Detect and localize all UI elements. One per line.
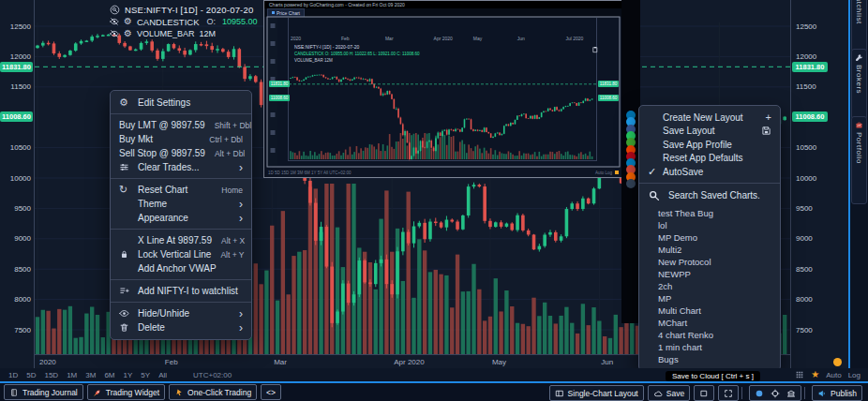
menu-item-appearance[interactable]: Appearance› xyxy=(111,211,251,225)
layout-menu-item-create-new-layout[interactable]: Create New Layout+ xyxy=(639,111,780,125)
journal-icon xyxy=(9,388,19,397)
saved-chart-multi-chart[interactable]: Multi Chart xyxy=(639,304,780,317)
timeframe-15d[interactable]: 15D xyxy=(44,371,58,379)
saved-chart-4-chart-renko[interactable]: 4 chart Renko xyxy=(639,329,780,341)
square-button[interactable] xyxy=(694,385,714,401)
sidebar-tab-watchlist[interactable]: Watchlist xyxy=(851,0,867,52)
svg-text:12000: 12000 xyxy=(796,52,817,61)
preview-footer: 1D 5D 15D 1M 3M 6M 1Y 5Y All UTC+02:00 A… xyxy=(268,169,619,176)
sidebar-tab-portfolio[interactable]: Portfolio xyxy=(851,116,867,204)
menu-item-clear-trades[interactable]: Clear Trades...› xyxy=(111,160,251,174)
notification-dot xyxy=(833,358,842,366)
trading-journal-button[interactable]: Trading Journal xyxy=(4,384,83,400)
saved-chart-mp[interactable]: MP xyxy=(639,292,780,304)
volume-series-name: VOLUME_BAR xyxy=(137,29,195,38)
timezone-selector[interactable]: UTC+02:00 xyxy=(193,371,232,379)
grid-icon[interactable] xyxy=(795,370,804,379)
menu-item-hide-unhide[interactable]: Hide/Unhide› xyxy=(111,306,251,320)
timeframe-6m[interactable]: 6M xyxy=(104,371,114,379)
gear-icon[interactable]: ⚙ xyxy=(124,17,132,26)
price-label-right-upper: 11831.80 xyxy=(792,62,828,72)
publish-button[interactable]: Publish xyxy=(812,385,862,401)
sidebar-tab-brokers[interactable]: Brokers xyxy=(851,49,867,120)
pointer-icon xyxy=(174,388,184,397)
saved-chart-mchart[interactable]: MChart xyxy=(639,317,780,329)
eye-off-icon[interactable] xyxy=(110,29,119,38)
clipboard-icon[interactable] xyxy=(591,46,599,53)
timeframe-5y[interactable]: 5Y xyxy=(141,371,150,379)
menu-item-reset-chart[interactable]: ↻Reset ChartHome xyxy=(111,183,251,197)
timeframe-1m[interactable]: 1M xyxy=(67,371,77,379)
layout-menu-item-reset-app-defaults[interactable]: Reset App Defaults xyxy=(639,152,780,166)
saved-chart-bugs[interactable]: Bugs xyxy=(639,353,780,365)
log-scale-toggle[interactable]: Log xyxy=(848,371,861,379)
layout-menu-item-save-layout[interactable]: Save Layout xyxy=(639,125,780,139)
share-tumblr-icon[interactable] xyxy=(626,179,636,188)
menu-item-label: Buy LMT @ 9897.59 xyxy=(119,120,205,130)
target-button[interactable] xyxy=(771,389,780,398)
timeframe-1d[interactable]: 1D xyxy=(8,371,18,379)
gear-icon[interactable]: ⚙ xyxy=(124,29,132,38)
window-icon xyxy=(555,389,564,398)
eye-off-icon[interactable] xyxy=(110,17,119,26)
circle-button[interactable] xyxy=(755,389,764,398)
timeframe-5d[interactable]: 5D xyxy=(26,371,36,379)
menu-item-x-line-at-9897-59[interactable]: X Line At 9897.59Alt + X xyxy=(111,233,251,247)
timeframe-all[interactable]: All xyxy=(158,371,167,379)
button-label: <> xyxy=(266,388,276,397)
saved-chart-lol[interactable]: lol xyxy=(639,219,780,231)
save-button[interactable]: Save xyxy=(648,385,690,401)
square-icon xyxy=(699,389,709,398)
one-click-trading-button[interactable]: One-Click Trading xyxy=(169,384,257,400)
saved-chart-test-thea-bug[interactable]: test Thea Bug xyxy=(639,207,780,219)
trash-icon xyxy=(119,322,129,333)
menu-item-theme[interactable]: Theme› xyxy=(111,197,251,211)
menu-item-label: Delete xyxy=(138,322,230,333)
preview-symbol-line: NSE:NIFTY-I [1D] - 2020-07-20 xyxy=(294,44,419,51)
layout-menu-item-autosave[interactable]: ✓AutoSave xyxy=(639,165,780,179)
menu-item-sell-stop-9897-59[interactable]: Sell Stop @ 9897.59Alt + Dbl xyxy=(111,146,251,160)
preview-volume-line: VOLUME_BAR 12M xyxy=(294,57,419,64)
saved-chart-new-protocol[interactable]: New Protocol xyxy=(639,256,780,268)
timeframe-3m[interactable]: 3M xyxy=(85,371,96,379)
preview-auto-log: Auto Log xyxy=(595,171,612,175)
single-chart-layout-button[interactable]: Single-Chart Layout xyxy=(549,385,644,401)
price-label-left-upper: 11831.80 xyxy=(0,62,33,72)
expand-icon xyxy=(724,389,733,398)
favorite-star-icon[interactable]: ★ xyxy=(811,370,819,379)
-button[interactable]: <> xyxy=(261,384,281,400)
svg-text:Jun: Jun xyxy=(601,358,613,366)
timeframe-1y[interactable]: 1Y xyxy=(124,371,133,379)
menu-item-lock-vertical-line[interactable]: Lock Vertical LineAlt + Y xyxy=(111,247,251,261)
menu-item-buy-lmt-9897-59[interactable]: Buy LMT @ 9897.59Shift + Dbl xyxy=(111,118,251,132)
gear-icon: ⚙ xyxy=(124,29,132,38)
auto-scale-toggle[interactable]: Auto xyxy=(826,371,841,379)
chart-context-menu: ⚙Edit SettingsBuy LMT @ 9897.59Shift + D… xyxy=(110,90,252,340)
svg-text:Apr 2020: Apr 2020 xyxy=(434,36,454,41)
layout-menu: Create New Layout+Save LayoutSave App Pr… xyxy=(638,105,781,371)
expand-button[interactable] xyxy=(718,385,739,401)
layout-menu-item-save-app-profile[interactable]: Save App Profile xyxy=(639,138,780,152)
saved-chart-newpp[interactable]: NEWPP xyxy=(639,268,780,280)
chevron-right-icon: › xyxy=(239,324,243,332)
chart-preview-popup: Charts powered by GoCharting.com - Creat… xyxy=(263,0,623,178)
preview-price-label: 11831.80 xyxy=(269,81,290,87)
menu-item-add-anchor-vwap[interactable]: Add Anchor VWAP xyxy=(111,261,251,275)
menu-item-buy-mkt[interactable]: Buy MktCtrl + Dbl xyxy=(111,132,251,146)
preview-price-label: 11831.80 xyxy=(598,81,619,87)
trading-widget-button[interactable]: Trading Widget xyxy=(87,384,165,400)
saved-chart-mp-demo[interactable]: MP Demo xyxy=(639,231,780,244)
saved-chart-multi2[interactable]: Multi2 xyxy=(639,244,780,256)
search-circled-icon[interactable] xyxy=(110,5,120,15)
button-label: Publish xyxy=(831,389,857,398)
search-saved-charts-input[interactable] xyxy=(666,189,773,201)
bank-button[interactable] xyxy=(786,389,796,398)
cloud-icon xyxy=(653,389,663,398)
menu-item-delete[interactable]: Delete› xyxy=(111,320,251,334)
saved-chart-2ch[interactable]: 2ch xyxy=(639,280,780,292)
saved-chart-1-min-chart[interactable]: 1 min chart xyxy=(639,341,780,353)
menu-item-edit-settings[interactable]: ⚙Edit Settings xyxy=(111,96,251,110)
svg-text:8500: 8500 xyxy=(796,265,813,274)
button-label: Trading Widget xyxy=(106,388,159,397)
menu-item-add-nifty-i-to-watchlist[interactable]: Add NIFTY-I to watchlist xyxy=(111,284,251,298)
